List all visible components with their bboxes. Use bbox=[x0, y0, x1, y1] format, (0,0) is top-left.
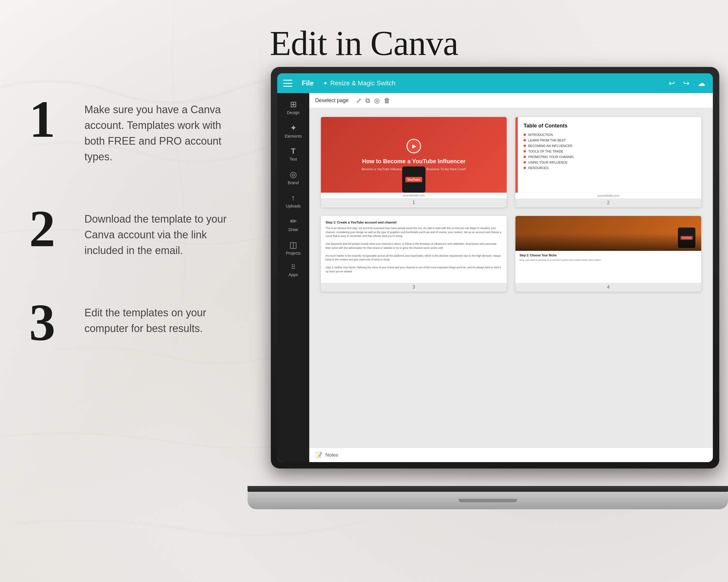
steps-container: 1 Make sure you have a Canva account. Te… bbox=[29, 93, 233, 386]
canva-sidebar: ⊞ Design ✦ Elements T Text bbox=[277, 93, 309, 462]
sidebar-elements-label: Elements bbox=[285, 134, 302, 139]
step-2-text: Download the template to your Canva acco… bbox=[84, 202, 233, 258]
youtube-logo: YouTube bbox=[405, 177, 422, 182]
toc-item-3: BECOMING AN INFLUENCER bbox=[524, 144, 695, 147]
page-3-number: 3 bbox=[321, 283, 507, 292]
sidebar-text-label: Text bbox=[289, 157, 297, 162]
notes-bar[interactable]: 📝 Notes bbox=[309, 448, 713, 462]
canva-toolbar: Deselect page ⤢ ⧉ ◎ 🗑 bbox=[309, 93, 713, 108]
page-2-url: yourwebsite.com bbox=[515, 193, 701, 198]
page-title: Edit in Canva bbox=[0, 0, 728, 63]
toc-title: Table of Contents bbox=[524, 123, 695, 129]
design-icon: ⊞ bbox=[290, 100, 297, 109]
step-1: 1 Make sure you have a Canva account. Te… bbox=[29, 93, 233, 165]
sidebar-design-label: Design bbox=[287, 110, 300, 115]
sidebar-item-elements[interactable]: ✦ Elements bbox=[280, 119, 306, 142]
sidebar-item-draw[interactable]: ✏ Draw bbox=[280, 213, 306, 235]
step-1-number: 1 bbox=[29, 93, 76, 145]
hamburger-menu-icon[interactable] bbox=[283, 80, 292, 87]
copy-page-button[interactable]: ⧉ bbox=[365, 97, 370, 105]
page-3-content: Step 1: Create a YouTube account and cha… bbox=[321, 216, 507, 283]
sidebar-item-projects[interactable]: ◫ Projects bbox=[280, 237, 306, 259]
delete-page-button[interactable]: 🗑 bbox=[384, 97, 390, 105]
notes-icon: 📝 bbox=[315, 452, 322, 459]
toc-item-4: TOOLS OF THE TRADE bbox=[524, 149, 695, 153]
sidebar-draw-label: Draw bbox=[289, 227, 298, 232]
undo-button[interactable]: ↩ bbox=[667, 77, 677, 90]
step-2-number: 2 bbox=[29, 202, 76, 255]
toc-item-6: USING YOUR INFLUENCE bbox=[524, 161, 695, 164]
page-2-content: Table of Contents INTRODUCTION LEARN FRO… bbox=[515, 117, 701, 193]
page-4-number: 4 bbox=[515, 283, 701, 292]
page-4-text-area: Step 2: Choose Your Niche Next, you want… bbox=[515, 251, 701, 283]
file-button[interactable]: File bbox=[298, 77, 317, 89]
page-2-number: 2 bbox=[515, 198, 701, 207]
laptop-screen-body: File ✦ Resize & Magic Switch ↩ ↪ ☁ bbox=[271, 67, 719, 469]
canva-content: ⊞ Design ✦ Elements T Text bbox=[277, 93, 713, 462]
sidebar-apps-label: Apps bbox=[289, 272, 298, 277]
text-icon: T bbox=[291, 147, 295, 156]
resize-label: Resize & Magic Switch bbox=[330, 79, 395, 87]
page-1-number: 1 bbox=[321, 198, 507, 207]
toc-item-1: INTRODUCTION bbox=[524, 133, 695, 137]
draw-icon: ✏ bbox=[290, 217, 297, 226]
laptop-hinge bbox=[248, 486, 728, 492]
resize-magic-switch-button[interactable]: ✦ Resize & Magic Switch bbox=[323, 79, 395, 87]
toolbar-actions: ⤢ ⧉ ◎ 🗑 bbox=[356, 97, 390, 105]
sidebar-item-text[interactable]: T Text bbox=[280, 143, 306, 165]
elements-icon: ✦ bbox=[290, 123, 297, 133]
page-1-phone-mockup: YouTube bbox=[402, 166, 425, 193]
page-1-title: How to Become a YouTube Influencer bbox=[362, 158, 466, 165]
page-3-section-title: Step 1: Create a YouTube account and cha… bbox=[326, 221, 502, 224]
magic-icon: ✦ bbox=[323, 80, 328, 87]
deselect-page-label: Deselect page bbox=[315, 98, 348, 104]
screen-bezel: File ✦ Resize & Magic Switch ↩ ↪ ☁ bbox=[277, 73, 713, 462]
page-4-subtitle: Step 2: Choose Your Niche bbox=[520, 254, 697, 257]
toc-item-2: LEARN FROM THE BEST bbox=[524, 139, 695, 142]
projects-icon: ◫ bbox=[289, 240, 297, 250]
canvas-page-1[interactable]: How to Become a YouTube Influencer Becom… bbox=[321, 117, 507, 207]
page-1-content: How to Become a YouTube Influencer Becom… bbox=[321, 117, 507, 193]
step-3-text: Edit the templates on your computer for … bbox=[84, 296, 233, 336]
sidebar-projects-label: Projects bbox=[286, 251, 301, 255]
step-1-text: Make sure you have a Canva account. Temp… bbox=[84, 93, 233, 165]
sidebar-item-brand[interactable]: ◎ Brand bbox=[280, 166, 306, 189]
canva-main: Deselect page ⤢ ⧉ ◎ 🗑 bbox=[309, 93, 713, 462]
sidebar-uploads-label: Uploads bbox=[286, 204, 301, 209]
toc-item-7: RESOURCES bbox=[524, 166, 695, 170]
page-4-content: YouTube Step 2: Choose Your Niche Next, … bbox=[515, 216, 701, 283]
canvas-page-3[interactable]: Step 1: Create a YouTube account and cha… bbox=[321, 216, 507, 292]
step-3-number: 3 bbox=[29, 296, 76, 349]
sidebar-brand-label: Brand bbox=[288, 181, 298, 185]
canva-topbar: File ✦ Resize & Magic Switch ↩ ↪ ☁ bbox=[277, 73, 713, 93]
toc-item-5: PROMOTING YOUR CHANNEL bbox=[524, 155, 695, 159]
hide-page-button[interactable]: ◎ bbox=[374, 97, 380, 105]
page-4-image: YouTube bbox=[515, 216, 701, 251]
laptop-notch bbox=[459, 499, 517, 502]
laptop-bottom bbox=[248, 492, 728, 509]
uploads-icon: ↑ bbox=[291, 193, 295, 202]
step-3: 3 Edit the templates on your computer fo… bbox=[29, 296, 233, 349]
canva-ui: File ✦ Resize & Magic Switch ↩ ↪ ☁ bbox=[277, 73, 713, 462]
sidebar-item-apps[interactable]: ⠿ Apps bbox=[280, 260, 306, 280]
apps-icon: ⠿ bbox=[291, 264, 295, 271]
page-4-body: Next, you want to develop your channel's… bbox=[520, 258, 697, 261]
page-3-body-text: This is an obvious first step, but you'd… bbox=[326, 226, 502, 274]
page-1-url: yourwebsite.com bbox=[321, 193, 507, 198]
cloud-save-button[interactable]: ☁ bbox=[696, 77, 707, 90]
sidebar-item-uploads[interactable]: ↑ Uploads bbox=[280, 190, 306, 212]
canvas-page-4[interactable]: YouTube Step 2: Choose Your Niche Next, … bbox=[515, 216, 701, 292]
laptop-base bbox=[248, 486, 728, 509]
redo-button[interactable]: ↪ bbox=[681, 77, 691, 90]
sidebar-item-design[interactable]: ⊞ Design bbox=[280, 96, 306, 118]
brand-icon: ◎ bbox=[290, 170, 297, 179]
canvas-page-2[interactable]: Table of Contents INTRODUCTION LEARN FRO… bbox=[515, 117, 701, 207]
topbar-actions: ↩ ↪ ☁ bbox=[667, 77, 707, 90]
step-2: 2 Download the template to your Canva ac… bbox=[29, 202, 233, 258]
notes-label: Notes bbox=[325, 452, 338, 458]
laptop-mockup: File ✦ Resize & Magic Switch ↩ ↪ ☁ bbox=[248, 67, 728, 518]
youtube-play-icon bbox=[407, 139, 421, 154]
canvas-pages-grid[interactable]: How to Become a YouTube Influencer Becom… bbox=[309, 108, 713, 448]
add-page-button[interactable]: ⤢ bbox=[356, 97, 361, 105]
